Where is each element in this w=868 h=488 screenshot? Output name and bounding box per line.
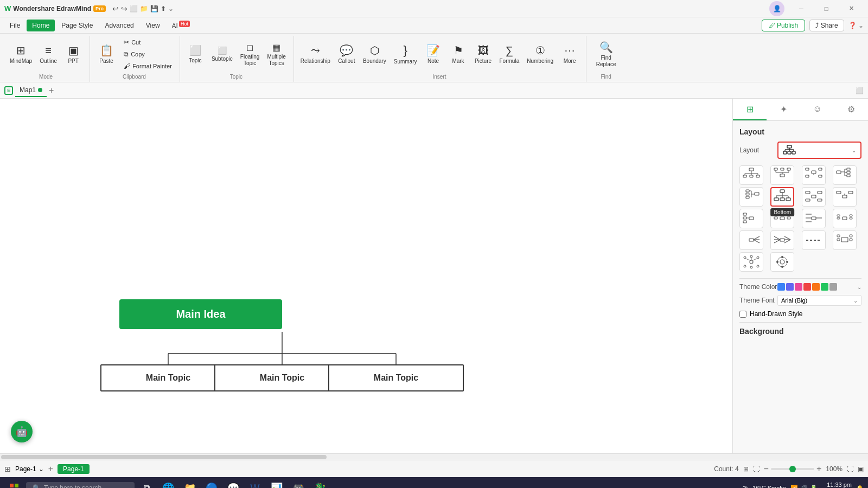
relationship-btn[interactable]: ⤳ Relationship [297,38,334,70]
layout-option-6[interactable]: Bottom [770,187,794,207]
layout-option-5[interactable] [739,187,763,207]
main-idea-node[interactable]: Main Idea [119,299,282,329]
layout-option-2[interactable] [770,165,794,185]
menu-home[interactable]: Home [27,20,55,31]
numbering-btn[interactable]: ① Numbering [524,38,557,70]
fit-page-btn[interactable]: ⊞ [743,465,749,473]
subtopic-btn[interactable]: ⬜ Subtopic [208,38,236,70]
taskbar-chrome[interactable]: 🔵 [202,478,221,488]
boundary-btn[interactable]: ⬡ Boundary [360,38,390,70]
zoom-slider[interactable] [771,468,814,470]
horizontal-scrollbar[interactable] [0,453,868,460]
swatch-indigo[interactable] [786,283,794,291]
layout-dropdown[interactable]: ⌄ [777,142,861,159]
layout-option-14[interactable] [770,230,794,250]
taskbar-edge[interactable]: 🌐 [158,478,178,488]
panel-toggle-bottom[interactable]: ▣ [858,465,864,473]
add-page-btn[interactable]: + [48,464,53,474]
menu-advanced[interactable]: Advanced [99,20,139,31]
taskbar-green-app[interactable]: 📊 [267,478,286,488]
swatch-blue[interactable] [777,283,785,291]
find-replace-btn[interactable]: 🔍 FindReplace [590,38,622,70]
format-painter-btn[interactable]: 🖌 Format Painter [120,60,175,72]
swatch-green[interactable] [821,283,828,291]
help-btn[interactable]: ❓ ⌄ [848,22,864,29]
tab-map1[interactable]: Map1 [15,84,47,97]
zoom-out-btn[interactable]: − [764,464,769,474]
close-btn[interactable]: ✕ [839,0,864,17]
swatch-pink[interactable] [795,283,802,291]
panel-tab-emoji[interactable]: ☺ [801,99,834,120]
page-dropdown[interactable]: Page-1 ⌄ [15,465,44,473]
outline-btn[interactable]: ≡ Outline [36,38,60,70]
windows-search[interactable]: 🔍 [26,482,135,488]
formula-btn[interactable]: ∑ Formula [496,38,523,70]
menu-ai[interactable]: AIHot [167,19,195,32]
layout-option-17[interactable] [739,252,763,272]
zoom-in-btn[interactable]: + [816,464,821,474]
layout-option-4[interactable] [833,165,857,185]
minimize-btn[interactable]: ─ [789,0,814,17]
panel-tab-settings[interactable]: ⚙ [834,99,868,120]
taskbar-word[interactable]: W [245,478,265,488]
callout-btn[interactable]: 💬 Callout [335,38,359,70]
save-btn[interactable]: 💾 [150,5,158,12]
maximize-btn[interactable]: □ [814,0,839,17]
export-btn[interactable]: ⬆ [161,5,166,12]
layout-option-3[interactable] [802,165,826,185]
user-avatar[interactable]: 👤 [769,1,784,16]
layout-option-9[interactable] [739,209,763,228]
topic-btn[interactable]: ⬜ Topic [183,38,207,70]
search-input[interactable] [44,484,125,488]
taskbar-app-7[interactable]: 🎮 [289,478,308,488]
menu-page-style[interactable]: Page Style [56,20,98,31]
open-btn[interactable]: 📁 [140,5,148,12]
share-btn[interactable]: ⤴ Share [809,20,844,31]
layout-option-12[interactable] [833,209,857,228]
swatch-red[interactable] [803,283,811,291]
swatch-orange[interactable] [812,283,820,291]
canvas[interactable]: Main Idea Main Topic Main Topic Main Top… [0,99,732,453]
page-layout-icon[interactable]: ⊞ [4,465,11,473]
zoom-thumb[interactable] [789,466,796,472]
scrollbar-thumb[interactable] [1,455,327,459]
layout-option-13[interactable] [739,230,763,250]
fullscreen-btn[interactable]: ⬜ [130,5,138,12]
panel-tab-layout[interactable]: ⊞ [733,99,767,120]
publish-btn[interactable]: 🖊 Publish [762,20,806,31]
mindmap-btn[interactable]: ⊞ MindMap [7,38,35,70]
note-btn[interactable]: 📝 Note [422,38,445,70]
hand-drawn-checkbox[interactable] [739,311,746,318]
summary-btn[interactable]: } Summary [391,38,420,70]
picture-btn[interactable]: 🖼 Picture [471,38,495,70]
network-icon[interactable]: 📶 [790,485,798,489]
taskbar-skype[interactable]: 💬 [224,478,243,488]
floating-topic-btn[interactable]: ◻ FloatingTopic [237,38,263,70]
theme-color-dropdown[interactable]: ⌄ [857,284,861,290]
cut-btn[interactable]: ✂ Cut [120,36,175,48]
panel-toggle-btn[interactable]: ⬜ [856,87,864,94]
layout-option-8[interactable] [833,187,857,207]
expand-btn[interactable]: ⛶ [847,465,853,473]
notification-btn[interactable]: 🔔 [856,485,864,489]
volume-icon[interactable]: 🔊 [800,485,808,489]
font-selector[interactable]: Arial (Big) ⌄ [777,295,861,306]
layout-option-11[interactable] [802,209,826,228]
more-quick-btn[interactable]: ⌄ [168,5,174,12]
clock[interactable]: 11:33 pm 01/12/2023 [822,481,852,488]
copy-btn[interactable]: ⧉ Copy [120,48,175,60]
fullscreen-canvas-btn[interactable]: ⛶ [753,465,760,473]
page-1-tab[interactable]: Page-1 [58,464,90,474]
add-tab-btn[interactable]: + [49,86,54,95]
panel-tab-style[interactable]: ✦ [767,99,800,120]
menu-view[interactable]: View [141,20,165,31]
layout-option-1[interactable] [739,165,763,185]
layout-option-7[interactable] [802,187,826,207]
ai-assistant-btn[interactable]: 🤖 [11,421,33,442]
windows-start-btn[interactable] [4,478,24,488]
mark-btn[interactable]: ⚑ Mark [446,38,470,70]
taskbar-explorer[interactable]: 📁 [180,478,200,488]
taskbar-app-8[interactable]: 🐉 [310,478,330,488]
layout-option-18[interactable] [770,252,794,272]
swatch-gray[interactable] [829,283,837,291]
